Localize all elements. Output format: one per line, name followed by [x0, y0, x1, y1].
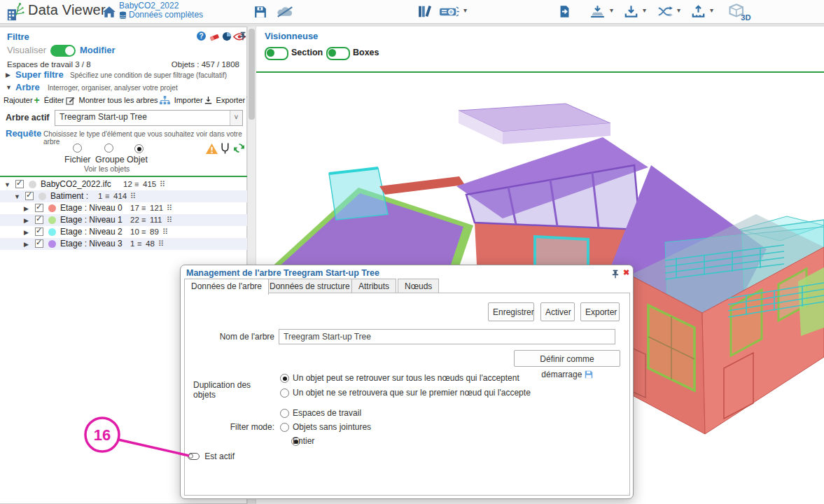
- save-tree-button[interactable]: Enregistrer: [488, 302, 534, 321]
- row-checkbox[interactable]: ✓: [35, 239, 43, 248]
- row-checkbox[interactable]: ✓: [35, 216, 43, 224]
- export-caret-icon[interactable]: ▾: [610, 6, 613, 14]
- tree-row[interactable]: ▼ ✓ BabyCO2_2022.ifc 12 ≡ 415 ⠿: [0, 178, 247, 190]
- svg-text:3D: 3D: [741, 13, 750, 21]
- color-dot: [29, 181, 36, 188]
- edit-tree-button[interactable]: Éditer: [44, 96, 75, 105]
- tree-management-dialog: Management de l'arbre Treegram Start-up …: [180, 265, 634, 499]
- collapse-icon[interactable]: ▶: [24, 229, 29, 236]
- duplication-option-0-radio[interactable]: [280, 374, 289, 383]
- tree-row[interactable]: ▶ ✓ Etage : Niveau 2 10 ≡ 89 ⠿: [0, 226, 247, 238]
- view-3d-icon[interactable]: 3D: [728, 4, 752, 21]
- radio-groupe[interactable]: [104, 144, 113, 153]
- pie-chart-icon[interactable]: [222, 31, 232, 41]
- eraser-icon[interactable]: [209, 31, 220, 41]
- radio-fichier[interactable]: [73, 144, 82, 153]
- plus-icon: +: [34, 94, 40, 106]
- export-tree-dialog-button[interactable]: Exporter: [580, 302, 620, 321]
- project-selector[interactable]: BabyCO2_2022 Données complètes: [119, 1, 203, 20]
- download-icon[interactable]: [624, 5, 638, 18]
- app-logo-icon: [6, 2, 25, 22]
- refresh-icon[interactable]: [233, 142, 245, 154]
- active-tree-select[interactable]: Treegram Start-up Tree ˅: [55, 110, 243, 126]
- list-count-icon: ≡: [141, 227, 146, 236]
- download-caret-icon[interactable]: ▾: [643, 6, 646, 14]
- tree-section-hint: Interroger, organiser, analyser votre pr…: [48, 84, 178, 92]
- row-checkbox[interactable]: ✓: [15, 180, 24, 188]
- show-all-trees-button[interactable]: Montrer tous les arbres: [79, 96, 170, 105]
- library-icon[interactable]: [418, 5, 432, 18]
- row-label: Etage : Niveau 3: [60, 239, 123, 248]
- duplication-option-1-radio[interactable]: [280, 388, 289, 398]
- tree-section-expander-icon[interactable]: ▼: [6, 84, 12, 91]
- filter-mode-option-0-radio[interactable]: [280, 409, 289, 418]
- super-filter-expander-icon[interactable]: ▶: [6, 71, 11, 78]
- is-active-row: Est actif: [188, 451, 235, 461]
- tree-name-label: Nom de l'arbre: [204, 332, 274, 342]
- color-dot: [48, 204, 56, 212]
- projector-icon[interactable]: [440, 6, 459, 18]
- expand-icon[interactable]: ▼: [14, 193, 20, 200]
- mode-on-label: Modifier: [80, 45, 116, 55]
- is-active-toggle[interactable]: [188, 453, 200, 460]
- set-startup-button[interactable]: Définir comme démarrage: [514, 350, 620, 367]
- row-checkbox[interactable]: ✓: [35, 204, 43, 212]
- tree-row[interactable]: ▼ ✓ Batiment : 1 ≡ 414 ⠿: [0, 190, 247, 202]
- grid-count-icon: ⠿: [162, 227, 168, 237]
- cloud-offline-icon[interactable]: [276, 6, 294, 18]
- tree-name-input[interactable]: [279, 329, 615, 344]
- filter-mode-option-1-radio[interactable]: [280, 423, 289, 432]
- collapse-icon[interactable]: ▶: [24, 241, 29, 248]
- import-file-icon[interactable]: [559, 5, 571, 18]
- row-checkbox[interactable]: ✓: [25, 192, 34, 200]
- color-dot: [39, 192, 46, 200]
- grid-count-icon: ⠿: [167, 216, 172, 225]
- tab-donnees-structure[interactable]: Données de structure: [263, 279, 357, 293]
- dialog-pin-icon[interactable]: [612, 269, 619, 279]
- activate-tree-button[interactable]: Activer: [540, 302, 575, 321]
- pin-icon[interactable]: [239, 31, 246, 41]
- filter-mode-option-1-label: Objets sans jointures: [293, 422, 371, 432]
- expand-icon[interactable]: ▼: [4, 181, 11, 188]
- duplication-option-0-label: Un objet peut se retrouver sur tous les …: [293, 373, 519, 383]
- export-to-device-icon[interactable]: [590, 5, 605, 18]
- super-filter-label[interactable]: Super filtre: [15, 69, 64, 80]
- edit-mode-toggle[interactable]: [50, 45, 76, 57]
- query-label: Requête: [6, 128, 41, 139]
- boxes-toggle[interactable]: [326, 47, 350, 60]
- transfer-icon[interactable]: [657, 6, 674, 18]
- upload-icon[interactable]: [692, 5, 705, 18]
- tree-row[interactable]: ▶ ✓ Etage : Niveau 0 17 ≡ 121 ⠿: [0, 202, 247, 214]
- tab-noeuds[interactable]: Nœuds: [398, 279, 439, 293]
- row-checkbox[interactable]: ✓: [35, 227, 43, 236]
- boxes-toggle-label: Boxes: [353, 48, 379, 57]
- help-icon[interactable]: ?: [197, 31, 206, 41]
- super-filter-hint: Spécifiez une condition de super filtrag…: [70, 71, 227, 79]
- branch-icon[interactable]: [220, 142, 230, 155]
- add-tree-button[interactable]: Rajouter+: [4, 94, 40, 106]
- transfer-caret-icon[interactable]: ▾: [677, 6, 680, 14]
- tab-donnees-arbre[interactable]: Données de l'arbre: [184, 279, 269, 295]
- filter-mode-label: Filter mode:: [204, 422, 274, 432]
- scrollbar-thumb[interactable]: [249, 29, 255, 120]
- save-icon[interactable]: [254, 6, 267, 18]
- tree-row[interactable]: ▶ ✓ Etage : Niveau 1 22 ≡ 111 ⠿: [0, 214, 247, 226]
- section-toggle[interactable]: [265, 47, 288, 60]
- dialog-close-icon[interactable]: ✖: [623, 268, 629, 277]
- tree-separator: [0, 176, 247, 177]
- tree-row[interactable]: ▶ ✓ Etage : Niveau 3 1 ≡ 48 ⠿: [0, 238, 247, 250]
- collapse-icon[interactable]: ▶: [24, 217, 29, 224]
- home-icon[interactable]: [102, 6, 116, 18]
- grid-count-icon: ⠿: [130, 192, 136, 201]
- import-tree-button[interactable]: Importer: [174, 96, 212, 105]
- tab-attributs[interactable]: Attributs: [351, 279, 396, 293]
- projector-caret-icon[interactable]: ▾: [463, 6, 467, 14]
- collapse-icon[interactable]: ▶: [24, 205, 29, 212]
- filter-panel-title: Filtre: [7, 31, 29, 42]
- row-label: Etage : Niveau 0: [60, 203, 123, 213]
- objects-count: Objets : 457 / 1808: [172, 60, 239, 69]
- upload-caret-icon[interactable]: ▾: [710, 6, 713, 14]
- warning-icon[interactable]: [206, 144, 218, 154]
- radio-objet[interactable]: [134, 144, 144, 153]
- tree-section-label[interactable]: Arbre: [15, 82, 40, 92]
